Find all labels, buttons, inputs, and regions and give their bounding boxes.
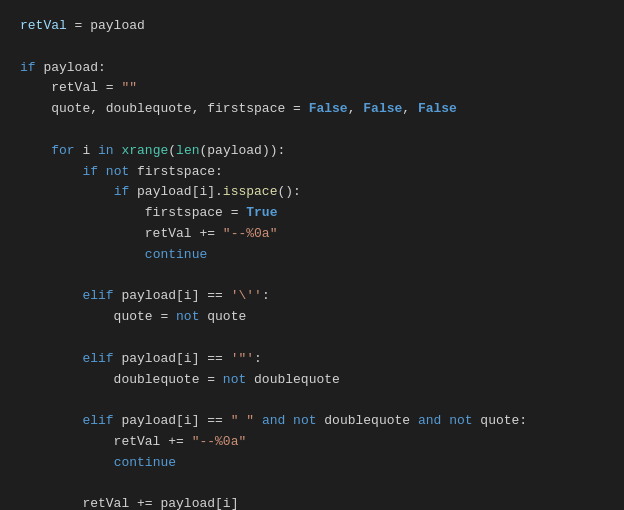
code-line-8: if not firstspace: xyxy=(20,162,604,183)
code-line-13 xyxy=(20,266,604,287)
code-line-14: elif payload[i] == '\'': xyxy=(20,286,604,307)
code-line-5: quote, doublequote, firstspace = False, … xyxy=(20,99,604,120)
code-line-15: quote = not quote xyxy=(20,307,604,328)
code-line-12: continue xyxy=(20,245,604,266)
code-line-10: firstspace = True xyxy=(20,203,604,224)
code-line-16 xyxy=(20,328,604,349)
code-line-2 xyxy=(20,37,604,58)
code-line-20: elif payload[i] == " " and not doublequo… xyxy=(20,411,604,432)
code-line-7: for i in xrange(len(payload)): xyxy=(20,141,604,162)
code-line-4: retVal = "" xyxy=(20,78,604,99)
code-line-24: retVal += payload[i] xyxy=(20,494,604,510)
code-line-19 xyxy=(20,390,604,411)
code-line-22: continue xyxy=(20,453,604,474)
code-container: retVal = payload if payload: retVal = ""… xyxy=(0,0,624,510)
code-line-6 xyxy=(20,120,604,141)
code-line-21: retVal += "--%0a" xyxy=(20,432,604,453)
code-line-18: doublequote = not doublequote xyxy=(20,370,604,391)
code-line-9: if payload[i].isspace(): xyxy=(20,182,604,203)
code-line-23 xyxy=(20,474,604,495)
code-line-11: retVal += "--%0a" xyxy=(20,224,604,245)
code-line-17: elif payload[i] == '"': xyxy=(20,349,604,370)
code-line-1: retVal = payload xyxy=(20,16,604,37)
code-line-3: if payload: xyxy=(20,58,604,79)
